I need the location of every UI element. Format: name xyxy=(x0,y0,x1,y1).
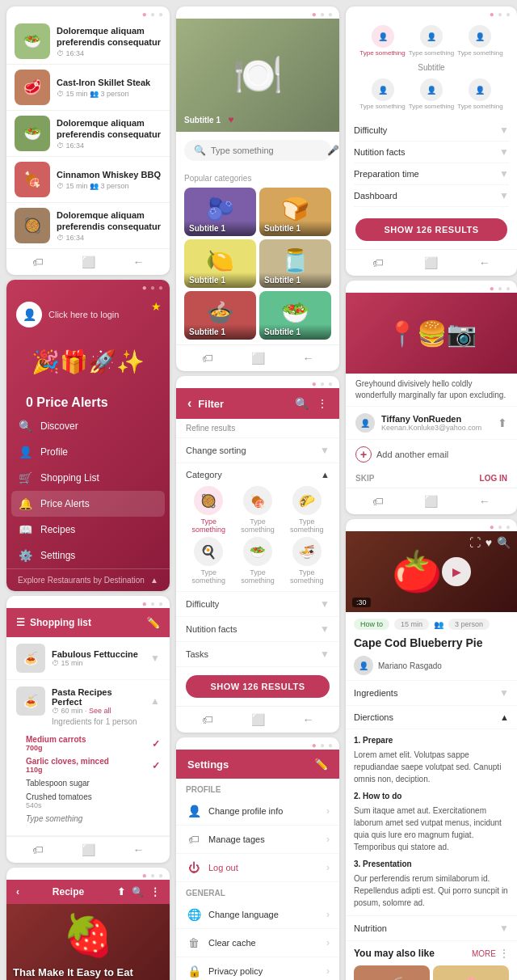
chevron-icon[interactable]: ▼ xyxy=(499,190,509,201)
mic-icon[interactable]: 🎤 xyxy=(327,145,339,156)
skip-button[interactable]: SKIP xyxy=(355,474,374,483)
back-icon[interactable]: ← xyxy=(479,256,490,269)
share-icon[interactable]: ⬆ xyxy=(117,886,125,898)
back-arrow[interactable]: ‹ xyxy=(16,886,19,898)
tag-icon[interactable]: 🏷 xyxy=(202,352,213,365)
back-icon[interactable]: ← xyxy=(303,713,314,726)
expand-icon[interactable]: ⛶ xyxy=(469,536,481,549)
chevron-icon[interactable]: ▼ xyxy=(320,648,330,660)
filter-type-item[interactable]: 🍳 Type something xyxy=(186,537,232,585)
back-icon[interactable]: ← xyxy=(133,843,145,856)
search-icon[interactable]: 🔍 xyxy=(295,397,309,410)
tag-icon[interactable]: 🏷 xyxy=(32,256,44,268)
chevron-icon[interactable]: ▼ xyxy=(320,623,330,635)
ingredients-accordion[interactable]: Ingredients ▼ xyxy=(346,681,517,706)
recipes-menu-item[interactable]: 📖 Recipes xyxy=(6,517,170,543)
may-also-item[interactable]: 🍝 xyxy=(354,965,430,980)
more-button[interactable]: MORE xyxy=(472,949,496,958)
filter-type-item[interactable]: 🌮 Type something xyxy=(284,486,330,534)
list-item[interactable]: 🍖 Cinnamon Whiskey BBQ ⏱ 15 min 👥 3 pers… xyxy=(6,157,170,203)
ingredient-input[interactable] xyxy=(26,814,160,823)
column-3: ● ● ● 👤 Type something 👤 Type something … xyxy=(343,3,517,980)
tag-icon[interactable]: 🏷 xyxy=(372,495,384,508)
login-text[interactable]: Click here to login xyxy=(48,310,119,319)
heart-icon[interactable]: ♥ xyxy=(485,536,492,549)
recipe-row[interactable]: 🍝 Pasta Recipes Perfect ⏱ 60 min · See a… xyxy=(16,686,160,716)
list-item[interactable]: 🥩 Cast-Iron Skillet Steak ⏱ 15 min 👥 3 p… xyxy=(6,65,170,111)
back-arrow[interactable]: ‹ xyxy=(187,396,191,411)
hero-heart-icon[interactable]: ♥ xyxy=(228,114,233,125)
avatar-group[interactable]: 👤 Type something xyxy=(409,25,454,57)
chevron-up-icon[interactable]: ▲ xyxy=(321,470,330,479)
clear-cache-item[interactable]: 🗑 Clear cache › xyxy=(176,929,339,957)
tag-icon[interactable]: 🏷 xyxy=(32,843,44,856)
list-item[interactable]: 🥗 Doloremque aliquam preferendis consequ… xyxy=(6,19,170,65)
category-item[interactable]: 🍋 Subtitle 1 xyxy=(184,239,256,288)
add-email-row[interactable]: + Add another email xyxy=(346,439,517,469)
more-icon[interactable]: ⋮ xyxy=(317,397,328,410)
type-label: Type something xyxy=(186,517,232,534)
square-icon[interactable]: ⬜ xyxy=(424,495,438,508)
square-icon[interactable]: ⬜ xyxy=(424,256,438,269)
price-alerts-menu-item[interactable]: 🔔 Price Alerts xyxy=(11,491,165,517)
nutrition-accordion[interactable]: Nutrition ▼ xyxy=(346,916,517,941)
category-item[interactable]: 🍲 Subtitle 1 xyxy=(184,291,256,340)
edit-icon[interactable]: ✏️ xyxy=(146,616,160,629)
settings-menu-item[interactable]: ⚙️ Settings xyxy=(6,543,170,568)
square-icon[interactable]: ⬜ xyxy=(251,713,265,726)
category-item[interactable]: 🫐 Subtitle 1 xyxy=(184,188,256,236)
change-language-item[interactable]: 🌐 Change language › xyxy=(176,901,339,929)
back-icon[interactable]: ← xyxy=(133,256,145,268)
filter-type-item[interactable]: 🥘 Type something xyxy=(186,486,232,534)
category-item[interactable]: 🥗 Subtitle 1 xyxy=(259,291,331,340)
chevron-icon[interactable]: ▼ xyxy=(320,445,330,456)
play-button[interactable]: ▶ xyxy=(442,557,471,586)
category-item[interactable]: 🍞 Subtitle 1 xyxy=(259,188,331,236)
privacy-policy-item[interactable]: 🔒 Privacy policy › xyxy=(176,957,339,980)
shopping-recipe-collapsed[interactable]: 🍝 Fabulous Fettuccine ⏱ 15 min ▼ xyxy=(6,637,170,680)
chevron-icon[interactable]: ▼ xyxy=(320,598,330,610)
category-item[interactable]: 🫙 Subtitle 1 xyxy=(259,239,331,288)
more-icon[interactable]: ⋮ xyxy=(499,948,509,959)
search-icon[interactable]: 🔍 xyxy=(497,536,511,549)
square-icon[interactable]: ⬜ xyxy=(82,843,95,856)
list-item[interactable]: 🥗 Doloremque aliquam preferendis consequ… xyxy=(6,111,170,157)
square-icon[interactable]: ⬜ xyxy=(82,256,95,268)
logout-item[interactable]: ⏻ Log out › xyxy=(176,854,339,882)
manage-tags-item[interactable]: 🏷 Manage tages › xyxy=(176,826,339,854)
share-icon[interactable]: ⬆ xyxy=(498,416,507,429)
login-button[interactable]: LOG IN xyxy=(480,474,507,483)
more-icon[interactable]: ⋮ xyxy=(150,886,160,898)
avatar-group[interactable]: 👤 Type something xyxy=(457,25,502,57)
tag-icon[interactable]: 🏷 xyxy=(372,256,384,269)
chevron-icon[interactable]: ▼ xyxy=(499,168,509,180)
chevron-icon[interactable]: ▼ xyxy=(499,146,509,158)
avatar-group[interactable]: 👤 Type something xyxy=(359,78,405,110)
filter-type-item[interactable]: 🍖 Type something xyxy=(235,486,281,534)
change-profile-item[interactable]: 👤 Change profile info › xyxy=(176,797,339,826)
filter-type-item[interactable]: 🥗 Type something xyxy=(235,537,281,585)
avatar-group[interactable]: 👤 Type something xyxy=(409,78,454,110)
show-results-button[interactable]: SHOW 126 RESULTS xyxy=(186,675,330,698)
list-item[interactable]: 🥘 Doloremque aliquam preferendis consequ… xyxy=(6,203,170,248)
filter-type-item[interactable]: 🍜 Type something xyxy=(284,537,330,585)
show-results-button[interactable]: SHOW 126 RESULTS xyxy=(355,218,507,241)
tag-icon[interactable]: 🏷 xyxy=(202,713,213,726)
chevron-icon[interactable]: ▼ xyxy=(499,125,509,136)
search-icon[interactable]: 🔍 xyxy=(132,886,144,898)
dot: ● xyxy=(506,522,511,531)
back-icon[interactable]: ← xyxy=(303,352,314,365)
avatar-group[interactable]: 👤 Type something xyxy=(457,78,502,110)
avatar-group[interactable]: 👤 Type something xyxy=(359,25,405,57)
profile-menu-item[interactable]: 👤 Profile xyxy=(6,439,170,465)
edit-icon[interactable]: ✏️ xyxy=(314,758,328,771)
may-also-item[interactable]: 🍨 xyxy=(433,965,509,980)
square-icon[interactable]: ⬜ xyxy=(251,352,265,365)
discover-menu-item[interactable]: 🔍 Discover xyxy=(6,413,170,439)
ingredient-input-item[interactable] xyxy=(26,812,160,826)
popular-categories: Popular categories 🫐 Subtitle 1 🍞 Subtit… xyxy=(176,169,339,344)
directions-accordion[interactable]: Dierctions ▲ xyxy=(346,706,517,729)
search-input[interactable] xyxy=(211,146,322,155)
shopping-list-menu-item[interactable]: 🛒 Shopping List xyxy=(6,465,170,491)
back-icon[interactable]: ← xyxy=(479,495,490,508)
